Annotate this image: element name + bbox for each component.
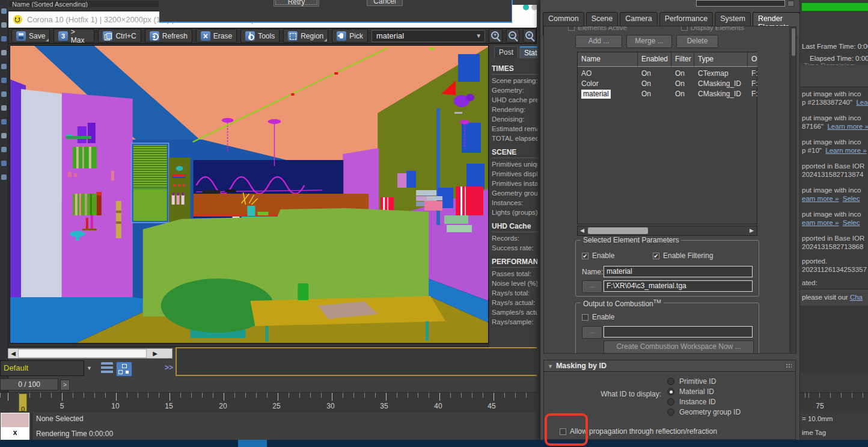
- radio-material-id[interactable]: [667, 388, 674, 395]
- enable-filtering-checkbox[interactable]: [653, 253, 659, 259]
- windows-taskbar[interactable]: [0, 440, 868, 447]
- material-sample-swatch[interactable]: [1, 413, 29, 428]
- learn-more-link[interactable]: Learn more »: [825, 147, 866, 154]
- col-header-type[interactable]: Type: [694, 52, 748, 67]
- explorer-h-scrollbar[interactable]: ◀ ▶: [8, 348, 173, 359]
- scrollbar-thumb[interactable]: [792, 28, 795, 56]
- tools-button[interactable]: Tools: [240, 29, 280, 43]
- chevron-down-icon[interactable]: ▼: [85, 360, 94, 376]
- table-row-cell[interactable]: Color: [578, 79, 638, 89]
- masking-by-id-rollout-header[interactable]: ▼Masking by ID: [543, 360, 796, 372]
- retry-button[interactable]: Retry: [274, 0, 319, 7]
- learn-more-link[interactable]: eam more »: [802, 195, 839, 202]
- learn-more-link[interactable]: Learn more »: [856, 99, 868, 106]
- radio-instance-id[interactable]: [667, 398, 674, 405]
- col-header-filter[interactable]: Filter: [671, 52, 694, 67]
- dialog-top-field[interactable]: [696, 0, 785, 7]
- next-frame-button[interactable]: >: [60, 380, 70, 390]
- table-row-cell[interactable]: On: [671, 89, 694, 99]
- table-row-cell[interactable]: On: [671, 79, 694, 89]
- table-row-cell[interactable]: F:\: [748, 79, 758, 89]
- enable-checkbox[interactable]: [582, 253, 588, 259]
- layers-icon[interactable]: [101, 362, 113, 374]
- frame-number-field[interactable]: 0 / 100: [0, 378, 58, 390]
- scrollbar-thumb[interactable]: [588, 227, 648, 234]
- pick-button[interactable]: Pick: [332, 29, 368, 43]
- table-row-cell[interactable]: On: [638, 79, 671, 89]
- col-header-enabled[interactable]: Enabled: [638, 52, 671, 67]
- render-elements-table[interactable]: Name Enabled Filter Type Output AO On On…: [577, 52, 757, 224]
- table-row-cell[interactable]: CMasking_ID: [694, 89, 748, 99]
- scroll-right-icon[interactable]: ▶: [150, 349, 160, 358]
- display-elements-checkbox[interactable]: [681, 26, 688, 31]
- teal-dot-icon[interactable]: [523, 5, 529, 10]
- scene-explorer-header[interactable]: Name (Sorted Ascending): [8, 0, 159, 8]
- tab-post[interactable]: Post: [494, 46, 518, 58]
- scroll-left-icon[interactable]: ◀: [580, 227, 584, 235]
- render-progress-bar: [801, 2, 868, 11]
- warning-item: pported in Base IOR 2024131582713868: [802, 235, 868, 250]
- save-button[interactable]: Save: [11, 29, 50, 43]
- timeline-ruler-right[interactable]: 75: [800, 392, 868, 412]
- scrollbar-thumb[interactable]: [18, 349, 147, 358]
- select-link[interactable]: Selec: [843, 219, 860, 226]
- viewport-render[interactable]: [10, 46, 488, 343]
- cancel-button[interactable]: Cancel: [367, 0, 403, 6]
- hierarchy-icon[interactable]: [116, 362, 132, 377]
- erase-button[interactable]: × Erase: [196, 29, 237, 43]
- combustion-browse-button[interactable]: ...: [582, 326, 602, 339]
- refresh-button[interactable]: Refresh: [145, 29, 192, 43]
- zoom-reset-button[interactable]: ×: [523, 29, 536, 43]
- copy-to-max-button[interactable]: 3 > Max: [53, 29, 94, 43]
- region-button[interactable]: Region: [283, 29, 328, 43]
- scroll-right-icon[interactable]: ▶: [750, 227, 754, 235]
- ctrl-c-button[interactable]: Ctrl+C: [98, 29, 141, 43]
- warning-item: ated:: [802, 279, 868, 288]
- scroll-left-icon[interactable]: ◀: [8, 349, 18, 358]
- browse-button[interactable]: ...: [582, 280, 602, 293]
- combustion-path-input[interactable]: [604, 326, 753, 338]
- table-row-cell[interactable]: On: [671, 69, 694, 79]
- create-combustion-workspace-button[interactable]: Create Combustion Workspace Now ...: [604, 341, 754, 354]
- table-row-cell[interactable]: CTexmap: [694, 69, 748, 79]
- time-slider[interactable]: 0: [19, 393, 27, 412]
- gray-dot-icon[interactable]: [531, 5, 537, 10]
- radio-primitive-id[interactable]: [667, 378, 674, 385]
- radio-label: Material ID: [679, 387, 714, 396]
- changelog-link[interactable]: Cha: [850, 294, 863, 301]
- table-row-cell[interactable]: CMasking_ID: [694, 79, 748, 89]
- table-row-cell-editing[interactable]: material: [578, 89, 638, 99]
- zoom-in-button[interactable]: +: [489, 29, 502, 43]
- delete-element-button[interactable]: Delete: [676, 35, 718, 48]
- dialog-v-scrollbar[interactable]: [790, 26, 796, 354]
- timeline-ruler[interactable]: 5 10 15 20 25 30 35 40 45 0: [0, 392, 537, 412]
- tab-stats[interactable]: Stats: [519, 46, 537, 58]
- named-selection-dropdown[interactable]: Default: [0, 360, 84, 376]
- col-header-output[interactable]: Output: [748, 52, 757, 67]
- radio-geometry-group-id[interactable]: [667, 408, 674, 416]
- table-h-scrollbar[interactable]: ◀ ▶: [577, 226, 757, 236]
- warning-item: put image with inco p #2138387240" Learn…: [802, 90, 868, 106]
- selection-status: None Selected: [36, 415, 84, 423]
- learn-more-link[interactable]: Learn more »: [827, 123, 868, 130]
- dialog-corner-button[interactable]: [787, 1, 794, 7]
- col-header-name[interactable]: Name: [578, 52, 638, 67]
- element-selector-dropdown[interactable]: material ▼: [371, 30, 485, 42]
- table-row-cell[interactable]: AO: [578, 69, 638, 79]
- elements-active-checkbox[interactable]: [568, 26, 575, 31]
- learn-more-link[interactable]: eam more »: [802, 219, 839, 226]
- zoom-out-button[interactable]: −: [506, 29, 519, 43]
- element-name-input[interactable]: material: [604, 266, 753, 277]
- taskbar-active-app[interactable]: [238, 440, 267, 447]
- table-row-cell[interactable]: On: [638, 69, 671, 79]
- combustion-enable-checkbox[interactable]: [582, 314, 588, 321]
- table-row-cell[interactable]: F:\: [748, 89, 758, 99]
- overflow-chevrons[interactable]: >>: [165, 363, 173, 372]
- merge-element-button[interactable]: Merge ...: [626, 35, 672, 48]
- select-link[interactable]: Selec: [843, 195, 860, 202]
- output-path-input[interactable]: F:\XR\04\c3_material.tga: [604, 280, 753, 292]
- add-element-button[interactable]: Add ...: [575, 35, 622, 48]
- trackbar-area: [177, 348, 537, 375]
- table-row-cell[interactable]: On: [638, 89, 671, 99]
- table-row-cell[interactable]: F:\: [748, 69, 758, 79]
